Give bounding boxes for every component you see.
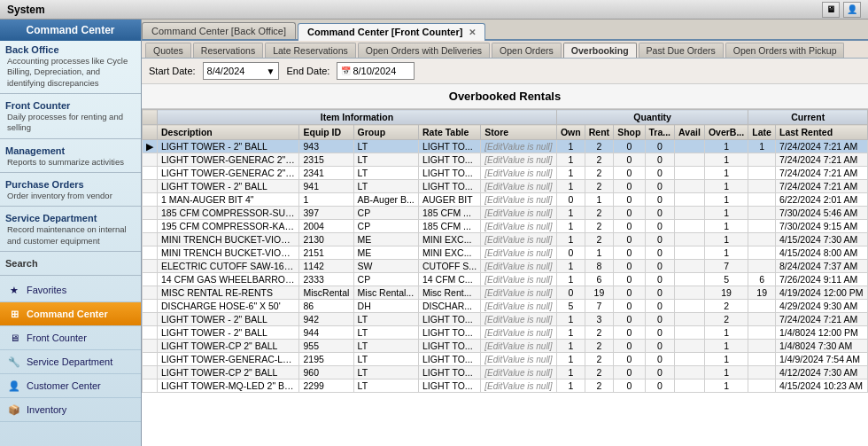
sub-tab-quotes[interactable]: Quotes [145, 43, 191, 58]
table-row[interactable]: LIGHT TOWER - 2" BALL 942 LT LIGHT TO...… [143, 313, 868, 326]
row-last-rented: 7/30/2024 5:46 AM [776, 207, 868, 220]
row-description: 14 CFM GAS WHEELBARROW-COMPRESS... [158, 273, 299, 286]
row-last-rented: 6/22/2024 2:01 AM [776, 193, 868, 207]
table-row[interactable]: ▶ LIGHT TOWER - 2" BALL 943 LT LIGHT TO.… [143, 140, 868, 153]
start-date-calendar-icon[interactable]: ▼ [267, 67, 275, 76]
front-counter-link[interactable]: Front Counter [5, 100, 136, 111]
table-row[interactable]: MINI TRENCH BUCKET-VIO80 60" DIT... 2151… [143, 246, 868, 260]
row-late [748, 379, 776, 393]
row-rate-table: LIGHT TO... [419, 313, 481, 326]
col-avail[interactable]: Avail [675, 125, 705, 140]
row-group: LT [353, 326, 418, 340]
title-bar: System 🖥 👤 [0, 0, 868, 20]
start-date-input-container[interactable]: ▼ [203, 62, 280, 80]
end-date-input-container[interactable]: 📅 [337, 62, 415, 80]
table-row[interactable]: 14 CFM GAS WHEELBARROW-COMPRESS... 2333 … [143, 273, 868, 286]
table-row[interactable]: LIGHT TOWER - 2" BALL 944 LT LIGHT TO...… [143, 326, 868, 340]
col-late[interactable]: Late [748, 125, 776, 140]
table-row[interactable]: DISCHARGE HOSE-6" X 50' 86 DH DISCHAR...… [143, 300, 868, 313]
sidebar-item-front-counter[interactable]: 🖥 Front Counter [0, 326, 141, 350]
col-overb[interactable]: OverB... [704, 125, 748, 140]
table-row[interactable]: LIGHT TOWER-GENERAC 2" BALL 2341 LT LIGH… [143, 167, 868, 180]
col-last-rented[interactable]: Last Rented [776, 125, 868, 140]
row-equip-id: 1142 [299, 260, 353, 273]
col-shop[interactable]: Shop [614, 125, 645, 140]
row-rent: 19 [585, 286, 613, 300]
end-date-input[interactable] [353, 66, 410, 76]
row-description: 1 MAN-AUGER BIT 4" [158, 193, 299, 207]
back-office-link[interactable]: Back Office [5, 44, 136, 55]
table-row[interactable]: 195 CFM COMPRESSOR-KAESER 2004 CP 185 CF… [143, 220, 868, 233]
table-row[interactable]: LIGHT TOWER - 2" BALL 941 LT LIGHT TO...… [143, 180, 868, 193]
sidebar-item-customer-center[interactable]: 👤 Customer Center [0, 374, 141, 398]
row-arrow [143, 193, 158, 207]
table-row[interactable]: LIGHT TOWER-GENERAC-LED 2" BALL 2195 LT … [143, 353, 868, 366]
service-dept-link[interactable]: Service Department [5, 213, 136, 223]
management-link[interactable]: Management [5, 145, 136, 156]
col-store[interactable]: Store [481, 125, 557, 140]
table-row[interactable]: LIGHT TOWER-CP 2" BALL 955 LT LIGHT TO..… [143, 340, 868, 353]
row-equip-id: 1 [299, 193, 353, 207]
row-own: 1 [556, 180, 585, 193]
row-shop: 0 [614, 220, 645, 233]
row-last-rented: 7/26/2024 9:11 AM [776, 273, 868, 286]
row-group: LT [353, 340, 418, 353]
sub-tab-open-orders[interactable]: Open Orders [492, 43, 562, 58]
row-avail [675, 153, 705, 167]
row-overb: 1 [704, 379, 748, 393]
sidebar-item-service-department[interactable]: 🔧 Service Department [0, 350, 141, 374]
row-equip-id: 2195 [299, 353, 353, 366]
table-row[interactable]: MINI TRENCH BUCKET-VIO55 24" 2130 ME MIN… [143, 233, 868, 246]
row-arrow: ▶ [143, 140, 158, 153]
row-shop: 0 [614, 326, 645, 340]
col-rate-table[interactable]: Rate Table [419, 125, 481, 140]
sub-tab-open-orders-pickup[interactable]: Open Orders with Pickup [725, 43, 845, 58]
end-date-calendar-icon-left[interactable]: 📅 [341, 67, 351, 75]
purchase-orders-link[interactable]: Purchase Orders [5, 179, 136, 190]
sub-tab-late-reservations[interactable]: Late Reservations [265, 43, 356, 58]
user-icon[interactable]: 👤 [843, 2, 861, 18]
row-group: Misc Rental... [353, 286, 418, 300]
row-shop: 0 [614, 366, 645, 379]
row-shop: 0 [614, 273, 645, 286]
table-row[interactable]: LIGHT TOWER-GENERAC 2" BALL 2315 LT LIGH… [143, 153, 868, 167]
col-equip-id[interactable]: Equip ID [299, 125, 353, 140]
col-arrow-header [143, 110, 158, 125]
row-store: [EditValue is null] [481, 207, 557, 220]
sidebar-item-inventory[interactable]: 📦 Inventory [0, 398, 141, 422]
col-tra[interactable]: Tra... [645, 125, 675, 140]
sidebar-item-favorites[interactable]: ★ Favorites [0, 278, 141, 302]
start-date-input[interactable] [207, 66, 265, 76]
row-rent: 7 [585, 300, 613, 313]
table-row[interactable]: MISC RENTAL RE-RENTS MiscRental Misc Ren… [143, 286, 868, 300]
row-shop: 0 [614, 153, 645, 167]
col-rent[interactable]: Rent [585, 125, 613, 140]
table-row[interactable]: ELECTRIC CUTOFF SAW-16" CORE CUT 1142 SW… [143, 260, 868, 273]
tab-front-counter[interactable]: Command Center [Front Counter] ✕ [298, 23, 485, 41]
tab-back-office[interactable]: Command Center [Back Office] [142, 22, 296, 39]
sub-tab-overbooking[interactable]: Overbooking [563, 43, 637, 58]
row-arrow [143, 286, 158, 300]
sub-tab-reservations[interactable]: Reservations [193, 43, 263, 58]
row-store: [EditValue is null] [481, 140, 557, 153]
monitor-icon[interactable]: 🖥 [822, 2, 840, 18]
table-row[interactable]: LIGHT TOWER-MQ-LED 2" BALL 2299 LT LIGHT… [143, 379, 868, 393]
row-last-rented: 7/30/2024 9:15 AM [776, 220, 868, 233]
row-last-rented: 4/29/2024 9:30 AM [776, 300, 868, 313]
row-overb: 2 [704, 313, 748, 326]
col-description[interactable]: Description [158, 125, 299, 140]
table-row[interactable]: 185 CFM COMPRESSOR-SULLAIR 397 CP 185 CF… [143, 207, 868, 220]
row-arrow [143, 180, 158, 193]
tab-close-icon[interactable]: ✕ [469, 27, 476, 37]
col-own[interactable]: Own [556, 125, 585, 140]
end-date-label: End Date: [286, 66, 329, 76]
table-row[interactable]: LIGHT TOWER-CP 2" BALL 960 LT LIGHT TO..… [143, 366, 868, 379]
sub-tab-past-due-orders[interactable]: Past Due Orders [639, 43, 724, 58]
sub-tab-open-orders-deliveries[interactable]: Open Orders with Deliveries [358, 43, 490, 58]
sidebar-item-command-center[interactable]: ⊞ Command Center [0, 302, 141, 326]
table-row[interactable]: 1 MAN-AUGER BIT 4" 1 AB-Auger B... AUGER… [143, 193, 868, 207]
col-group[interactable]: Group [353, 125, 418, 140]
row-shop: 0 [614, 140, 645, 153]
sidebar-nav: ★ Favorites ⊞ Command Center 🖥 Front Cou… [0, 278, 141, 446]
sidebar-item-front-counter-label: Front Counter [27, 333, 87, 343]
